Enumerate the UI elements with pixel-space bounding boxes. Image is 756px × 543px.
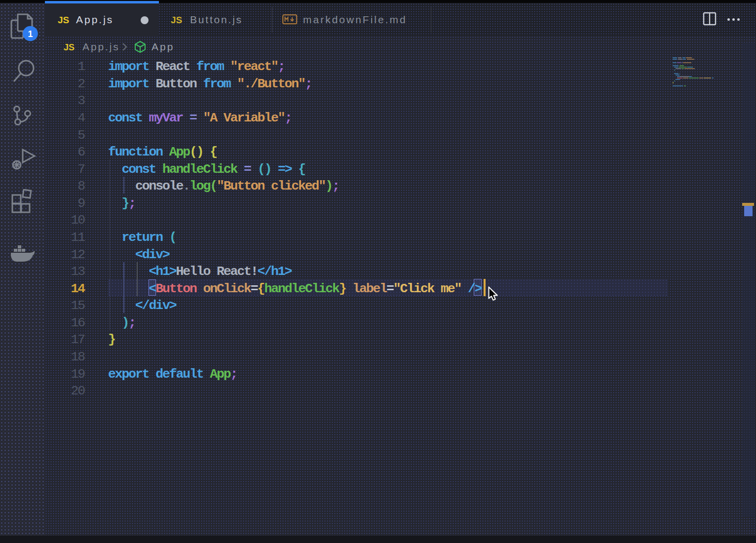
svg-text:1: 1: [28, 29, 33, 39]
